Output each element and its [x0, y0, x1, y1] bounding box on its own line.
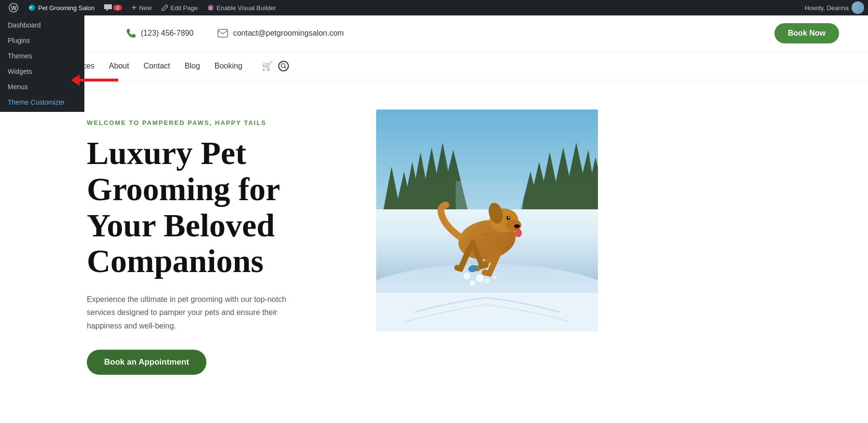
edit-page-label: Edit Page	[171, 4, 198, 12]
new-button[interactable]: + New	[127, 0, 157, 15]
site-name-button[interactable]: P Pet Grooming Salon	[23, 0, 99, 15]
svg-point-41	[492, 275, 496, 279]
hero-description: Experience the ultimate in pet grooming …	[87, 293, 309, 332]
site-header: (123) 456-7890 contact@petgroomingsalon.…	[0, 15, 868, 52]
phone-icon	[125, 28, 136, 39]
book-now-button[interactable]: Book Now	[774, 23, 839, 43]
hero-tagline: WELCOME TO PAMPERED PAWS, HAPPY TAILS	[87, 119, 338, 126]
menu-item-theme-customizer[interactable]: Theme Customizer	[0, 95, 84, 110]
book-appointment-button[interactable]: Book an Appointment	[87, 350, 206, 375]
svg-text:W: W	[11, 5, 17, 12]
hero-image-inner	[376, 109, 598, 331]
wp-logo-button[interactable]: W	[4, 0, 23, 15]
arrow-shaft	[80, 79, 118, 82]
admin-bar: W P Pet Grooming Salon 0 + New Edit Page…	[0, 0, 868, 15]
svg-text:D: D	[209, 6, 212, 11]
visual-builder-button[interactable]: D Enable Visual Builder	[203, 0, 281, 15]
nav-link-booking[interactable]: Booking	[215, 62, 243, 70]
arrow-head	[71, 74, 80, 86]
visual-builder-label: Enable Visual Builder	[217, 4, 276, 12]
hero-text: WELCOME TO PAMPERED PAWS, HAPPY TAILS Lu…	[87, 109, 338, 375]
svg-point-40	[463, 273, 470, 279]
phone-contact: (123) 456-7890	[125, 28, 193, 39]
nav-icons: 🛒	[262, 61, 289, 71]
cart-icon[interactable]: 🛒	[262, 61, 272, 71]
site-navigation: Home Services About Contact Blog Booking…	[0, 52, 868, 81]
menu-item-dashboard[interactable]: Dashboard	[0, 17, 84, 33]
menu-item-plugins[interactable]: Plugins	[0, 33, 84, 48]
admin-bar-right: Howdy, Deanna	[804, 1, 864, 14]
svg-point-34	[514, 224, 520, 228]
nav-link-blog[interactable]: Blog	[185, 62, 200, 70]
svg-point-35	[515, 229, 522, 237]
admin-dropdown-menu: Dashboard Plugins Themes Widgets Menus T…	[0, 15, 84, 112]
svg-point-37	[476, 274, 484, 282]
svg-rect-6	[218, 29, 228, 37]
email-contact: contact@petgroomingsalon.com	[217, 28, 344, 39]
svg-line-8	[285, 67, 286, 68]
dog-scene-svg	[376, 109, 598, 331]
menu-item-themes[interactable]: Themes	[0, 48, 84, 64]
svg-point-39	[485, 278, 489, 283]
edit-page-button[interactable]: Edit Page	[157, 0, 203, 15]
search-icon	[281, 63, 286, 69]
comments-count: 0	[113, 5, 122, 11]
header-contact: (123) 456-7890 contact@petgroomingsalon.…	[125, 28, 344, 39]
avatar[interactable]	[852, 1, 864, 14]
nav-link-about[interactable]: About	[109, 62, 129, 70]
comments-button[interactable]: 0	[99, 0, 127, 15]
svg-point-33	[508, 217, 510, 218]
svg-text:P: P	[29, 6, 32, 10]
nav-link-contact[interactable]: Contact	[144, 62, 170, 70]
phone-number: (123) 456-7890	[141, 29, 193, 38]
site-name-label: Pet Grooming Salon	[38, 4, 95, 12]
hero-title: Luxury Pet Grooming for Your Beloved Com…	[87, 135, 338, 279]
search-icon-wrapper[interactable]	[278, 61, 289, 71]
hero-image	[376, 109, 598, 331]
new-label: New	[139, 4, 152, 12]
site-wrapper: (123) 456-7890 contact@petgroomingsalon.…	[0, 15, 868, 423]
howdy-text: Howdy, Deanna	[804, 4, 849, 12]
svg-rect-27	[376, 293, 598, 331]
arrow-indicator	[71, 74, 118, 86]
hero-section: WELCOME TO PAMPERED PAWS, HAPPY TAILS Lu…	[0, 81, 868, 404]
email-address: contact@petgroomingsalon.com	[233, 29, 344, 38]
email-icon	[217, 28, 228, 39]
svg-point-7	[281, 64, 285, 68]
svg-point-38	[470, 280, 475, 286]
